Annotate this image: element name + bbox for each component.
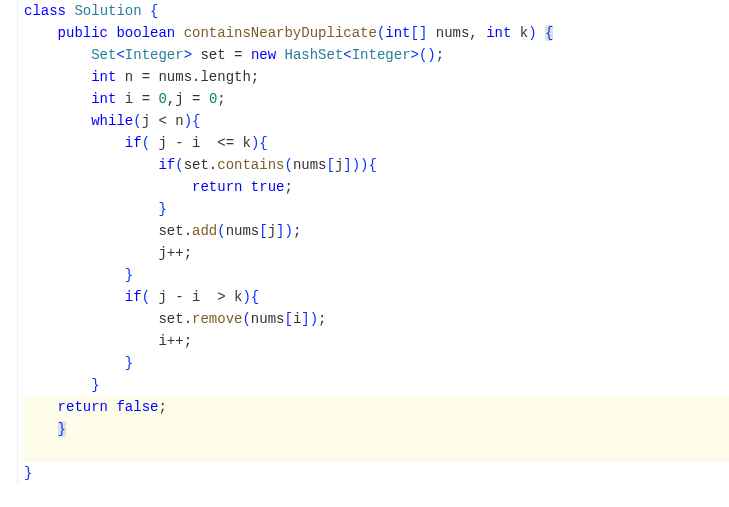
code-token: ){ [184, 113, 201, 129]
code-token [175, 25, 183, 41]
code-line: } [24, 418, 729, 440]
code-token: return [58, 399, 108, 415]
line-number [0, 132, 13, 154]
code-token [24, 113, 91, 129]
line-number [0, 374, 13, 396]
code-token: } [158, 201, 166, 217]
code-token: j - i > k [150, 289, 242, 305]
code-token: set = [192, 47, 251, 63]
code-token: ])){ [343, 157, 377, 173]
code-line: public boolean containsNearbyDuplicate(i… [24, 22, 729, 44]
line-number [0, 0, 13, 22]
line-number [0, 352, 13, 374]
code-token: { [150, 3, 158, 19]
code-line: } [24, 198, 729, 220]
code-token: ; [158, 399, 166, 415]
code-line: j++; [24, 242, 729, 264]
code-token: < [343, 47, 351, 63]
code-token: ( [175, 157, 183, 173]
code-line: int n = nums.length; [24, 66, 729, 88]
code-token: int [91, 91, 116, 107]
code-token [24, 47, 91, 63]
code-line: set.add(nums[j]); [24, 220, 729, 242]
code-token: nums [226, 223, 260, 239]
line-number [0, 308, 13, 330]
line-number [0, 242, 13, 264]
code-line: int i = 0,j = 0; [24, 88, 729, 110]
code-token [24, 399, 58, 415]
code-token: j - i <= k [150, 135, 251, 151]
code-token: Set [91, 47, 116, 63]
code-token: public [58, 25, 108, 41]
code-token [24, 179, 192, 195]
code-token: [ [326, 157, 334, 173]
code-token: < [116, 47, 124, 63]
line-number [0, 220, 13, 242]
code-token: int [385, 25, 410, 41]
code-token: ]) [276, 223, 293, 239]
code-token: } [125, 355, 133, 371]
code-token: if [125, 135, 142, 151]
line-number [0, 110, 13, 132]
code-token: 0 [158, 91, 166, 107]
code-line: if( j - i <= k){ [24, 132, 729, 154]
code-token: ; [436, 47, 444, 63]
code-line: set.remove(nums[i]); [24, 308, 729, 330]
code-area[interactable]: class Solution { public boolean contains… [18, 0, 729, 484]
code-token: set. [184, 157, 218, 173]
code-line: } [24, 462, 729, 484]
code-token: Integer [125, 47, 184, 63]
code-token [142, 3, 150, 19]
code-line: } [24, 264, 729, 286]
code-token: [] [411, 25, 428, 41]
code-token: ; [318, 311, 326, 327]
code-token [24, 377, 91, 393]
code-token: ){ [242, 289, 259, 305]
code-token: i = [116, 91, 158, 107]
line-number [0, 198, 13, 220]
code-token [537, 25, 545, 41]
code-token: ; [293, 223, 301, 239]
code-line: if(set.contains(nums[j])){ [24, 154, 729, 176]
code-token: ; [217, 91, 225, 107]
code-token: int [91, 69, 116, 85]
code-token [276, 47, 284, 63]
line-number [0, 22, 13, 44]
code-token: j++; [24, 245, 192, 261]
code-token [24, 91, 91, 107]
code-token: i++; [24, 333, 192, 349]
code-token: [ [284, 311, 292, 327]
line-number [0, 330, 13, 352]
code-line: } [24, 374, 729, 396]
code-token: nums [293, 157, 327, 173]
code-token: set. [24, 311, 192, 327]
code-token: remove [192, 311, 242, 327]
code-token: ( [133, 113, 141, 129]
code-token: n = nums.length; [116, 69, 259, 85]
code-token: ,j = [167, 91, 209, 107]
code-token: nums, [427, 25, 486, 41]
line-number [0, 418, 13, 440]
code-token [24, 355, 125, 371]
code-token [24, 69, 91, 85]
code-line: while(j < n){ [24, 110, 729, 132]
code-token: ){ [251, 135, 268, 151]
code-line: return true; [24, 176, 729, 198]
code-token [24, 421, 58, 437]
code-line: i++; [24, 330, 729, 352]
code-line: if( j - i > k){ [24, 286, 729, 308]
line-number [0, 66, 13, 88]
code-token: set. [24, 223, 192, 239]
code-token: class [24, 3, 66, 19]
code-token: Solution [74, 3, 141, 19]
code-token: { [545, 25, 553, 41]
code-token: HashSet [285, 47, 344, 63]
code-token: ( [142, 135, 150, 151]
code-token: if [125, 289, 142, 305]
code-token: } [125, 267, 133, 283]
code-token: } [24, 465, 32, 481]
line-number [0, 176, 13, 198]
line-number [0, 396, 13, 418]
code-token [24, 25, 58, 41]
code-token: new [251, 47, 276, 63]
